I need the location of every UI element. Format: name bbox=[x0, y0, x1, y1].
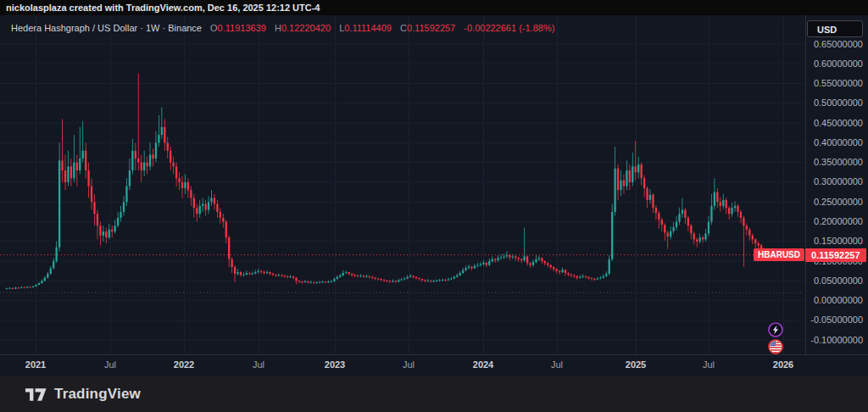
price-axis-label: 0.25000000 bbox=[810, 197, 863, 208]
tradingview-snapshot: nickolasplaza created with TradingView.c… bbox=[0, 0, 868, 412]
time-axis-label-2022: 2022 bbox=[174, 359, 194, 370]
price-axis-label: 0.55000000 bbox=[810, 78, 863, 89]
last-price-axis-label: 0.11592257 bbox=[805, 248, 866, 262]
price-axis-border bbox=[805, 15, 806, 354]
price-axis-label: 0.20000000 bbox=[810, 216, 863, 227]
open-label: O bbox=[210, 23, 218, 33]
time-axis-border bbox=[0, 354, 868, 355]
footer-bar: TradingView bbox=[0, 376, 868, 412]
price-axis-label: -0.10000000 bbox=[810, 335, 863, 346]
attribution-text: nickolasplaza created with TradingView.c… bbox=[6, 3, 320, 13]
tradingview-brand-text: TradingView bbox=[54, 386, 141, 403]
attribution-bar: nickolasplaza created with TradingView.c… bbox=[0, 0, 868, 15]
price-axis-label: 0.35000000 bbox=[810, 157, 863, 168]
price-line-symbol-tag: HBARUSD bbox=[754, 248, 804, 261]
price-axis-label: 0.45000000 bbox=[810, 118, 863, 129]
change-value: -0.00222661 (-1.88%) bbox=[464, 23, 554, 33]
chart-pane-background bbox=[0, 15, 868, 376]
time-axis-label-2025: 2025 bbox=[626, 359, 646, 370]
high-label: H bbox=[275, 23, 281, 33]
usd-flag-icon bbox=[769, 340, 782, 354]
tradingview-logo-icon bbox=[25, 388, 47, 401]
price-axis-label: 0.50000000 bbox=[810, 97, 863, 109]
low-value: 0.11114409 bbox=[344, 23, 392, 33]
time-axis-label-jul: Jul bbox=[403, 359, 415, 370]
pair-logo-icons bbox=[767, 321, 784, 359]
symbol-title: Hedera Hashgraph / US Dollar · 1W · Bina… bbox=[11, 23, 202, 33]
price-axis-label: 0.40000000 bbox=[810, 137, 863, 148]
tradingview-logo[interactable]: TradingView bbox=[25, 386, 141, 403]
time-axis-label-jul: Jul bbox=[703, 359, 715, 370]
price-axis-label: 0.60000000 bbox=[810, 58, 863, 70]
time-axis-label-jul: Jul bbox=[104, 359, 116, 370]
price-axis-label: 0.00000000 bbox=[810, 295, 863, 306]
time-axis-label-jul: Jul bbox=[551, 359, 563, 370]
time-axis-label-2026: 2026 bbox=[773, 359, 793, 370]
close-value: 0.11592257 bbox=[407, 23, 455, 33]
time-axis-label-jul: Jul bbox=[253, 359, 264, 370]
price-axis-label: 0.65000000 bbox=[810, 39, 863, 50]
chart-legend[interactable]: Hedera Hashgraph / US Dollar · 1W · Bina… bbox=[11, 23, 554, 33]
time-axis-label-2023: 2023 bbox=[325, 359, 345, 370]
time-axis-label-2024: 2024 bbox=[473, 359, 493, 370]
hbar-lightning-icon bbox=[769, 323, 782, 337]
price-axis-label: 0.15000000 bbox=[810, 236, 863, 247]
price-axis-label: -0.05000000 bbox=[810, 315, 863, 326]
close-label: C bbox=[400, 23, 407, 33]
open-value: 0.11913639 bbox=[218, 23, 266, 33]
price-axis-label: 0.05000000 bbox=[810, 276, 863, 287]
currency-toggle-button[interactable]: USD bbox=[807, 20, 863, 37]
time-axis-label-2021: 2021 bbox=[25, 359, 46, 370]
price-axis-label: 0.30000000 bbox=[810, 176, 863, 187]
high-value: 0.12220420 bbox=[281, 23, 331, 33]
